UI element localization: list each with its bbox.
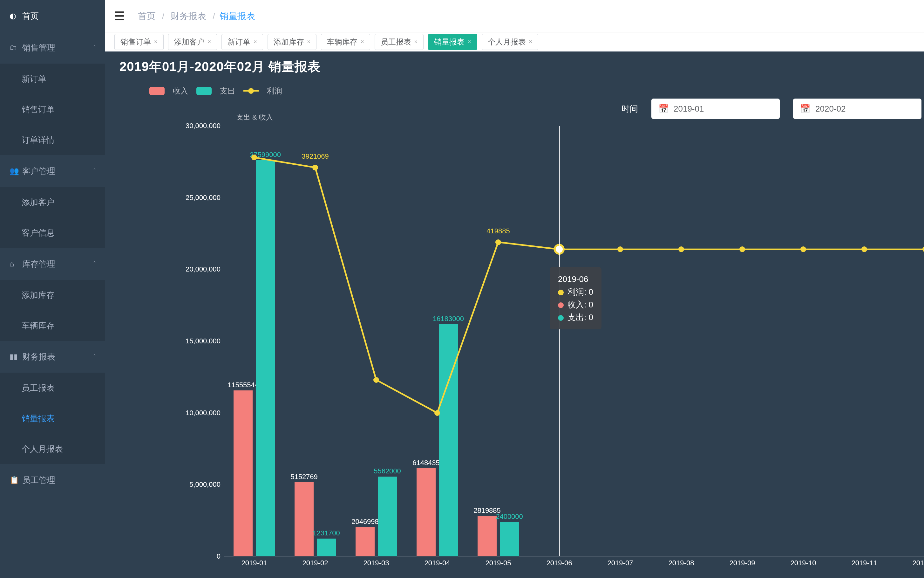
x-tick: 2019-08 bbox=[668, 559, 694, 567]
y-tick: 15,000,000 bbox=[186, 337, 220, 345]
profit-point-label: 3921069 bbox=[301, 152, 329, 163]
x-tick: 2019-12 bbox=[913, 559, 924, 567]
close-icon[interactable]: × bbox=[208, 39, 211, 45]
sidebar-subitem[interactable]: 销量报表 bbox=[0, 403, 105, 434]
y-tick: 25,000,000 bbox=[186, 193, 220, 202]
profit-point[interactable] bbox=[617, 247, 623, 252]
sidebar-subitem[interactable]: 添加库存 bbox=[0, 280, 105, 310]
profit-point[interactable] bbox=[434, 410, 440, 416]
tabs-bar: 销售订单×添加客户×新订单×添加库存×车辆库存×员工报表×销量报表×个人月报表× bbox=[105, 32, 924, 52]
tab[interactable]: 添加客户× bbox=[168, 34, 217, 50]
breadcrumb: 首页 / 财务报表 / 销量报表 bbox=[136, 10, 255, 22]
sidebar-item[interactable]: ⌂库存管理˄ bbox=[0, 248, 105, 280]
profit-point[interactable] bbox=[312, 165, 318, 170]
close-icon[interactable]: × bbox=[529, 39, 532, 45]
sidebar-subitem[interactable]: 客户信息 bbox=[0, 218, 105, 248]
content: 2019年01月-2020年02月 销量报表 收入 支出 利润 时间 📅 201… bbox=[105, 52, 924, 578]
profit-point[interactable] bbox=[373, 377, 379, 383]
sidebar-item-label: 员工管理 bbox=[22, 475, 55, 486]
legend-swatch-profit[interactable] bbox=[243, 88, 259, 94]
breadcrumb-home[interactable]: 首页 bbox=[138, 11, 156, 21]
page-title: 2019年01月-2020年02月 销量报表 bbox=[120, 58, 320, 75]
calendar-icon: 📅 bbox=[800, 104, 810, 114]
y-tick: 10,000,000 bbox=[186, 409, 220, 417]
dashboard-icon: ◐ bbox=[10, 11, 22, 20]
chevron-up-icon: ˄ bbox=[93, 260, 96, 267]
sidebar-subitem[interactable]: 员工报表 bbox=[0, 373, 105, 403]
profit-point[interactable] bbox=[800, 247, 806, 252]
profit-point[interactable] bbox=[861, 247, 867, 252]
close-icon[interactable]: × bbox=[307, 39, 311, 45]
tab[interactable]: 车辆库存× bbox=[321, 34, 370, 50]
profit-point[interactable] bbox=[495, 239, 501, 245]
close-icon[interactable]: × bbox=[414, 39, 418, 45]
sidebar-subitem[interactable]: 添加客户 bbox=[0, 187, 105, 218]
tab[interactable]: 个人月报表× bbox=[482, 34, 539, 50]
sidebar-subitem[interactable]: 车辆库存 bbox=[0, 310, 105, 341]
staff-icon: 📋 bbox=[10, 476, 22, 484]
sidebar-subitem[interactable]: 销售订单 bbox=[0, 94, 105, 125]
x-tick: 2019-03 bbox=[364, 559, 389, 567]
profit-point[interactable] bbox=[251, 154, 257, 160]
close-icon[interactable]: × bbox=[468, 39, 471, 45]
sidebar-item[interactable]: 🗂销售管理˄ bbox=[0, 32, 105, 63]
profit-point[interactable] bbox=[740, 247, 745, 252]
legend-swatch-income[interactable] bbox=[149, 87, 165, 95]
x-tick: 2019-09 bbox=[730, 559, 755, 567]
sidebar-item-label: 客户管理 bbox=[22, 166, 55, 177]
y-tick: 20,000,000 bbox=[186, 265, 220, 273]
sep-icon: / bbox=[213, 11, 215, 21]
sidebar-item-label: 销售管理 bbox=[22, 42, 55, 54]
legend-expense[interactable]: 支出 bbox=[220, 86, 235, 96]
x-tick: 2019-07 bbox=[607, 559, 633, 567]
x-tick: 2019-04 bbox=[424, 559, 450, 567]
date-from-value: 2019-01 bbox=[674, 104, 704, 114]
close-icon[interactable]: × bbox=[254, 39, 257, 45]
legend-profit[interactable]: 利润 bbox=[267, 86, 282, 96]
profit-line bbox=[224, 126, 924, 556]
x-tick: 2019-02 bbox=[303, 559, 328, 567]
legend-income[interactable]: 收入 bbox=[173, 86, 188, 96]
chart[interactable]: 支出 & 收入 05,000,00010,000,00015,000,00020… bbox=[125, 115, 924, 575]
stock-icon: ⌂ bbox=[10, 260, 22, 268]
sidebar-subitem[interactable]: 订单详情 bbox=[0, 125, 105, 155]
legend-swatch-expense[interactable] bbox=[196, 87, 212, 95]
tab[interactable]: 销量报表× bbox=[428, 34, 477, 50]
sidebar-item[interactable]: 📋员工管理 bbox=[0, 464, 105, 496]
tab-label: 销量报表 bbox=[434, 37, 464, 47]
sidebar-item[interactable]: ▮▮财务报表˄ bbox=[0, 341, 105, 373]
tab-label: 个人月报表 bbox=[488, 37, 526, 47]
hover-guideline bbox=[559, 126, 560, 556]
chart-tooltip: 2019-06利润: 0收入: 0支出: 0 bbox=[550, 267, 602, 330]
sidebar-item-label: 财务报表 bbox=[22, 351, 55, 362]
tab[interactable]: 添加库存× bbox=[267, 34, 317, 50]
tab[interactable]: 销售订单× bbox=[114, 34, 163, 50]
menu-toggle-icon[interactable]: ☰ bbox=[114, 10, 125, 22]
profit-point[interactable] bbox=[678, 247, 684, 252]
tooltip-row: 支出: 0 bbox=[558, 311, 593, 324]
close-icon[interactable]: × bbox=[361, 39, 364, 45]
breadcrumb-mid[interactable]: 财务报表 bbox=[171, 11, 206, 21]
tab[interactable]: 新订单× bbox=[222, 34, 263, 50]
tab-label: 添加客户 bbox=[174, 37, 205, 47]
main: ☰ 首页 / 财务报表 / 销量报表 销售订单×添加客户×新订单×添加库存×车辆… bbox=[105, 0, 924, 578]
x-tick: 2019-11 bbox=[851, 559, 877, 567]
sales-icon: 🗂 bbox=[10, 43, 22, 52]
sidebar-item-label: 首页 bbox=[22, 10, 39, 22]
tab-label: 车辆库存 bbox=[327, 37, 358, 47]
y-tick: 0 bbox=[217, 552, 220, 560]
chevron-up-icon: ˄ bbox=[93, 353, 96, 360]
chart-icon: ▮▮ bbox=[10, 352, 22, 361]
breadcrumb-current: 销量报表 bbox=[220, 11, 255, 21]
tab[interactable]: 员工报表× bbox=[375, 34, 424, 50]
y-tick: 30,000,000 bbox=[186, 122, 220, 130]
chart-legend: 收入 支出 利润 bbox=[149, 86, 282, 96]
sidebar-subitem[interactable]: 新订单 bbox=[0, 63, 105, 94]
x-tick: 2019-01 bbox=[241, 559, 267, 567]
x-tick: 2019-05 bbox=[485, 559, 511, 567]
time-label: 时间 bbox=[621, 103, 638, 114]
sidebar-subitem[interactable]: 个人月报表 bbox=[0, 434, 105, 464]
sidebar-item[interactable]: 👥客户管理˄ bbox=[0, 155, 105, 187]
close-icon[interactable]: × bbox=[154, 39, 158, 45]
sidebar-item[interactable]: ◐首页 bbox=[0, 0, 105, 32]
